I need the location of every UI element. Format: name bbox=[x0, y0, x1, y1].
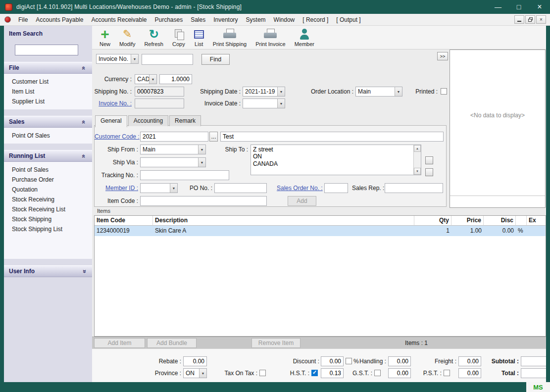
sidebar-item-stock-shipping-list[interactable]: Stock Shipping List bbox=[4, 224, 92, 234]
sidebar-item-stock-receiving[interactable]: Stock Receiving bbox=[4, 195, 92, 204]
hst-checkbox[interactable] bbox=[311, 370, 318, 376]
tracking-no-field[interactable] bbox=[140, 170, 229, 180]
chevron-down-icon[interactable] bbox=[131, 54, 138, 63]
shipping-no-field[interactable] bbox=[135, 87, 184, 97]
sidebar-item-purchase-order[interactable]: Purchase Order bbox=[4, 175, 92, 185]
menu-purchases[interactable]: Purchases bbox=[150, 14, 187, 25]
printed-checkbox[interactable] bbox=[441, 88, 447, 95]
item-search-input[interactable] bbox=[15, 45, 78, 55]
list-button[interactable]: List bbox=[190, 27, 208, 48]
modify-button[interactable]: Modify bbox=[115, 27, 140, 48]
find-button[interactable]: Find bbox=[201, 54, 230, 65]
chevron-down-icon[interactable] bbox=[199, 369, 206, 378]
sidebar-item-quotation[interactable]: Quotation bbox=[4, 185, 92, 195]
column-header-disc[interactable]: Disc bbox=[484, 216, 516, 226]
total-field[interactable] bbox=[521, 368, 546, 378]
sidebar-section-running-list-header[interactable]: Running List bbox=[4, 150, 92, 162]
member-button[interactable]: Member bbox=[290, 27, 319, 48]
sidebar-item-stock-receiving-list[interactable]: Stock Receiving List bbox=[4, 204, 92, 214]
pst-checkbox[interactable] bbox=[444, 370, 450, 376]
sidebar-item-customer-list[interactable]: Customer List bbox=[4, 77, 92, 87]
mdi-restore-button[interactable] bbox=[525, 15, 535, 24]
tax-on-tax-checkbox[interactable] bbox=[259, 370, 266, 376]
minimize-button[interactable]: — bbox=[488, 0, 508, 14]
menu-inventory[interactable]: Inventory bbox=[209, 14, 242, 25]
chevron-down-icon[interactable] bbox=[81, 268, 87, 275]
invoice-no-field[interactable] bbox=[135, 98, 184, 108]
chevron-down-icon[interactable] bbox=[277, 99, 285, 108]
mdi-minimize-button[interactable] bbox=[514, 15, 524, 24]
order-location-select[interactable]: Main bbox=[355, 87, 402, 97]
menu-window[interactable]: Window bbox=[270, 14, 299, 25]
maximize-button[interactable]: □ bbox=[508, 0, 529, 14]
tab-accounting[interactable]: Accounting bbox=[128, 115, 168, 126]
tab-general[interactable]: General bbox=[95, 115, 127, 127]
discount-percent-checkbox[interactable] bbox=[346, 358, 352, 364]
member-id-select[interactable] bbox=[140, 183, 178, 193]
sidebar-item-item-list[interactable]: Item List bbox=[4, 87, 92, 97]
shipping-date-picker[interactable]: 2021-11-19 bbox=[243, 87, 285, 97]
refresh-button[interactable]: Refresh bbox=[140, 27, 168, 48]
member-id-link[interactable]: Member ID : bbox=[95, 183, 138, 193]
chevron-down-icon[interactable] bbox=[170, 184, 177, 193]
province-select[interactable]: ON bbox=[183, 368, 207, 378]
remove-item-button[interactable]: Remove Item bbox=[251, 338, 300, 348]
freight-field[interactable] bbox=[458, 356, 481, 366]
menu-record[interactable]: [ Record ] bbox=[299, 14, 332, 25]
chevron-down-icon[interactable] bbox=[198, 158, 205, 167]
sidebar-item-stock-shipping[interactable]: Stock Shipping bbox=[4, 214, 92, 224]
sidebar-section-file-header[interactable]: File bbox=[4, 62, 92, 74]
chevron-up-icon[interactable] bbox=[81, 64, 87, 72]
customer-code-link[interactable]: Customer Code : bbox=[95, 132, 138, 142]
menu-accounts-receivable[interactable]: Accounts Receivable bbox=[87, 14, 150, 25]
find-field-selector[interactable]: Invoice No. bbox=[96, 54, 139, 64]
sidebar-section-user-info-header[interactable]: User Info bbox=[4, 265, 92, 277]
item-code-field[interactable] bbox=[140, 196, 267, 206]
po-no-field[interactable] bbox=[214, 183, 267, 193]
close-button[interactable]: × bbox=[529, 0, 550, 14]
chevron-down-icon[interactable] bbox=[198, 145, 205, 154]
invoice-date-picker[interactable] bbox=[243, 98, 285, 108]
chevron-down-icon[interactable] bbox=[395, 87, 402, 96]
rebate-field[interactable] bbox=[183, 356, 207, 366]
sales-order-no-link[interactable]: Sales Order No. : bbox=[277, 183, 322, 193]
customer-lookup-button[interactable]: ... bbox=[209, 132, 218, 142]
chevron-up-icon[interactable] bbox=[81, 152, 87, 160]
sidebar-item-point-of-sales[interactable]: Point Of Sales bbox=[4, 131, 92, 141]
column-header-ext[interactable]: Ex bbox=[527, 216, 546, 226]
column-header-item-code[interactable]: Item Code bbox=[95, 216, 153, 226]
sales-rep-field[interactable] bbox=[385, 183, 443, 193]
column-header-description[interactable]: Description bbox=[153, 216, 414, 226]
tab-remark[interactable]: Remark bbox=[169, 115, 201, 126]
sidebar-item-supplier-list[interactable]: Supplier List bbox=[4, 97, 92, 106]
gst-checkbox[interactable] bbox=[374, 370, 381, 376]
sales-order-no-field[interactable] bbox=[324, 183, 348, 193]
menu-output[interactable]: [ Output ] bbox=[332, 14, 364, 25]
new-button[interactable]: New bbox=[95, 27, 115, 48]
menu-system[interactable]: System bbox=[242, 14, 270, 25]
menu-file[interactable]: File bbox=[14, 14, 32, 25]
menu-sales[interactable]: Sales bbox=[187, 14, 209, 25]
scroll-up-icon[interactable] bbox=[414, 145, 421, 152]
copy-button[interactable]: Copy bbox=[168, 27, 190, 48]
chevron-down-icon[interactable] bbox=[149, 75, 156, 84]
mdi-close-button[interactable]: × bbox=[536, 15, 546, 24]
chevron-up-icon[interactable] bbox=[81, 118, 87, 126]
table-row[interactable]: 1234000019 Skin Care A 1 1.00 0.00 % bbox=[95, 226, 546, 236]
discount-field[interactable] bbox=[321, 356, 344, 366]
ship-to-collapse-button[interactable] bbox=[425, 168, 433, 176]
ship-via-select[interactable] bbox=[140, 157, 206, 167]
subtotal-field[interactable] bbox=[521, 356, 546, 366]
column-header-price[interactable]: Price bbox=[451, 216, 484, 226]
ship-to-scrollbar[interactable] bbox=[413, 145, 421, 175]
ship-to-textarea[interactable]: Z street ON CANADA bbox=[251, 145, 413, 175]
add-item-button[interactable]: Add Item bbox=[94, 338, 145, 348]
add-bundle-button[interactable]: Add Bundle bbox=[147, 338, 197, 348]
pst-field[interactable] bbox=[458, 368, 481, 378]
ship-from-select[interactable]: Main bbox=[140, 145, 206, 154]
ship-to-expand-button[interactable] bbox=[425, 156, 433, 164]
customer-code-field[interactable] bbox=[140, 132, 208, 142]
scroll-down-icon[interactable] bbox=[414, 168, 421, 175]
customer-name-field[interactable] bbox=[220, 132, 444, 142]
column-header-disc-unit[interactable] bbox=[516, 216, 527, 226]
